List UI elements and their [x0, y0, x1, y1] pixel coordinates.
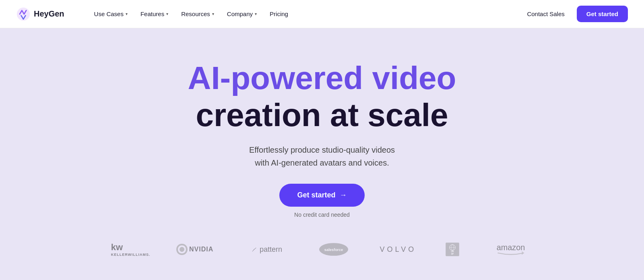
svg-text:DP: DP: [451, 253, 454, 255]
chevron-down-icon: ▾: [255, 12, 257, 16]
logo-undp: UN DP: [440, 242, 464, 257]
pattern-logo-icon: ⟋ pattern: [243, 242, 287, 257]
logos-row: kw KELLERWILLIAMS. NVIDIA ⟋ pattern: [16, 242, 628, 257]
heygen-logo-icon: [16, 7, 31, 21]
nav-item-use-cases[interactable]: Use Cases ▾: [89, 7, 133, 21]
chevron-down-icon: ▾: [212, 12, 214, 16]
svg-text:UN: UN: [451, 251, 454, 253]
nav-right: Contact Sales Get started: [521, 6, 628, 22]
nav-links: Use Cases ▾ Features ▾ Resources ▾ Compa…: [89, 7, 522, 21]
logo-salesforce: salesforce: [312, 242, 356, 257]
svg-text:amazon: amazon: [497, 243, 525, 252]
no-credit-card-text: No credit card needed: [294, 212, 350, 218]
svg-text:salesforce: salesforce: [324, 248, 343, 252]
svg-text:⟋ pattern: ⟋ pattern: [250, 245, 282, 253]
logo-link[interactable]: HeyGen: [16, 7, 64, 21]
amazon-logo-icon: amazon: [489, 242, 533, 257]
hero-title-line1: AI-powered video: [188, 60, 456, 97]
nav-item-company[interactable]: Company ▾: [221, 7, 262, 21]
hero-title-line2: creation at scale: [188, 97, 456, 134]
logo-text: HeyGen: [34, 9, 64, 19]
hero-title: AI-powered video creation at scale: [188, 60, 456, 134]
logo-pattern: ⟋ pattern: [243, 242, 287, 257]
navbar: HeyGen Use Cases ▾ Features ▾ Resources …: [0, 0, 644, 28]
hero-subtitle: Effortlessly produce studio-quality vide…: [249, 143, 395, 169]
hero-section: AI-powered video creation at scale Effor…: [0, 28, 644, 280]
nav-item-pricing[interactable]: Pricing: [264, 7, 294, 21]
svg-text:NVIDIA: NVIDIA: [189, 246, 213, 253]
nvidia-logo-icon: NVIDIA: [175, 242, 219, 257]
logo-keller-williams: kw KELLERWILLIAMS.: [111, 242, 151, 257]
get-started-nav-button[interactable]: Get started: [577, 6, 628, 22]
logo-amazon: amazon: [489, 242, 533, 257]
logo-volvo: VOLVO: [380, 245, 417, 254]
contact-sales-link[interactable]: Contact Sales: [521, 7, 570, 21]
undp-logo-icon: UN DP: [440, 242, 464, 257]
hero-cta-area: Get started → No credit card needed: [279, 184, 364, 218]
arrow-icon: →: [340, 191, 347, 199]
logo-nvidia: NVIDIA: [175, 242, 219, 257]
nav-item-features[interactable]: Features ▾: [135, 7, 174, 21]
chevron-down-icon: ▾: [166, 12, 168, 16]
salesforce-logo-icon: salesforce: [312, 242, 356, 257]
nav-item-resources[interactable]: Resources ▾: [175, 7, 220, 21]
get-started-hero-button[interactable]: Get started →: [279, 184, 364, 207]
chevron-down-icon: ▾: [126, 12, 128, 16]
